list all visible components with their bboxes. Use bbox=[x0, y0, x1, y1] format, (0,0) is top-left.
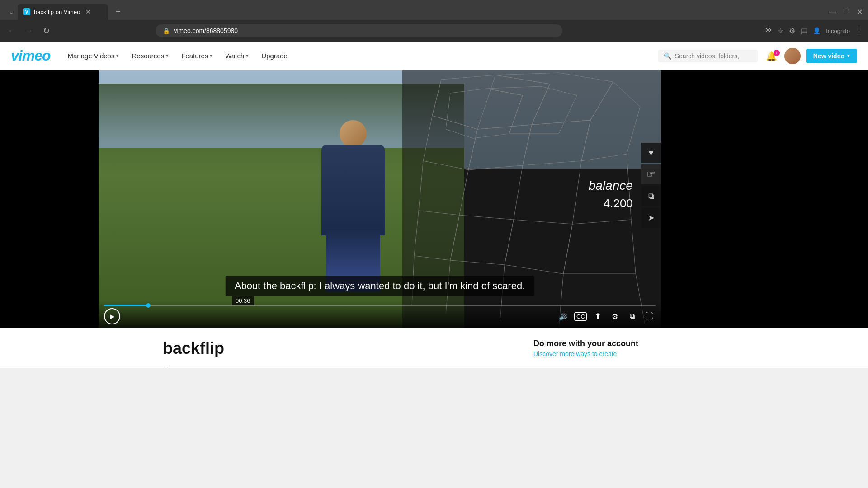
tab-list-btn[interactable]: ⌄ bbox=[5, 9, 18, 15]
nav-features[interactable]: Features ▾ bbox=[175, 42, 219, 70]
nav-watch[interactable]: Watch ▾ bbox=[219, 42, 255, 70]
heart-icon: ♥ bbox=[649, 148, 654, 158]
nav-resources[interactable]: Resources ▾ bbox=[125, 42, 175, 70]
settings-btn[interactable]: ⚙ bbox=[609, 312, 621, 321]
balance-value: 4.200 bbox=[604, 197, 633, 211]
promo-link[interactable]: Discover more ways to create bbox=[533, 350, 705, 357]
video-info: backflip ... bbox=[163, 339, 515, 368]
vimeo-logo[interactable]: vimeo bbox=[11, 47, 50, 64]
svg-marker-18 bbox=[563, 220, 636, 274]
svg-line-12 bbox=[514, 165, 523, 220]
black-bar-right bbox=[714, 70, 868, 328]
cursor-icon: ☞ bbox=[646, 169, 656, 180]
svg-marker-2 bbox=[423, 116, 477, 170]
notification-badge: 1 bbox=[774, 50, 780, 56]
new-tab-btn[interactable]: + bbox=[112, 7, 124, 17]
tab-title: backflip on Vimeo bbox=[34, 9, 80, 15]
svg-marker-4 bbox=[523, 120, 590, 165]
svg-line-8 bbox=[532, 84, 550, 125]
svg-line-6 bbox=[432, 80, 441, 116]
airplay-btn[interactable]: ⬆ bbox=[591, 311, 604, 321]
person-silhouette bbox=[312, 120, 394, 292]
promo-box: Do more with your account Discover more … bbox=[533, 339, 705, 368]
tab-favicon: V bbox=[23, 8, 30, 15]
browser-toolbar: 👁 ☆ ⚙ ▤ 👤 Incognito ⋮ bbox=[764, 27, 863, 35]
privacy-icon: 👁 bbox=[764, 27, 772, 35]
svg-line-10 bbox=[419, 161, 423, 211]
svg-line-9 bbox=[590, 82, 613, 120]
video-meta: ... bbox=[163, 361, 515, 368]
pip-btn[interactable]: ⧉ bbox=[626, 312, 638, 320]
svg-marker-25 bbox=[486, 86, 577, 134]
balance-label: balance bbox=[589, 178, 633, 193]
progress-bar[interactable] bbox=[104, 305, 656, 306]
search-box[interactable]: 🔍 bbox=[658, 50, 758, 62]
new-video-label: New video bbox=[813, 52, 844, 60]
user-avatar[interactable] bbox=[784, 48, 801, 64]
menu-icon[interactable]: ⋮ bbox=[855, 27, 863, 35]
video-section: balance 4.200 About the backflip: I alwa… bbox=[0, 70, 868, 328]
address-input[interactable]: 🔒 vimeo.com/868805980 bbox=[156, 24, 562, 37]
send-icon: ➤ bbox=[648, 213, 655, 223]
tab-close-btn[interactable]: ✕ bbox=[85, 8, 91, 15]
notifications-btn[interactable]: 🔔 1 bbox=[762, 51, 781, 61]
video-controls: ▶ 🔊 CC ⬆ ⚙ ⧉ ⛶ bbox=[99, 301, 661, 328]
cursor-btn[interactable]: ☞ bbox=[641, 164, 661, 184]
layers-icon: ⧉ bbox=[648, 192, 654, 201]
address-bar: ← → ↻ 🔒 vimeo.com/868805980 👁 ☆ ⚙ ▤ 👤 In… bbox=[0, 20, 868, 42]
svg-line-11 bbox=[459, 170, 468, 215]
captions-btn[interactable]: CC bbox=[574, 312, 587, 321]
play-icon: ▶ bbox=[110, 313, 115, 320]
svg-marker-5 bbox=[581, 82, 640, 161]
manage-videos-chevron: ▾ bbox=[116, 53, 119, 59]
svg-marker-16 bbox=[450, 215, 514, 265]
profile-icon[interactable]: 👤 bbox=[813, 27, 821, 34]
resources-chevron: ▾ bbox=[166, 53, 169, 59]
extensions-icon[interactable]: ⚙ bbox=[789, 27, 795, 35]
black-bar-left bbox=[0, 70, 99, 328]
bookmark-icon[interactable]: ☆ bbox=[777, 27, 783, 35]
features-chevron: ▾ bbox=[210, 53, 212, 59]
close-window-btn[interactable]: ✕ bbox=[857, 8, 863, 16]
svg-marker-1 bbox=[495, 73, 613, 125]
svg-marker-24 bbox=[446, 89, 523, 138]
volume-btn[interactable]: 🔊 bbox=[557, 312, 570, 321]
search-icon: 🔍 bbox=[664, 52, 671, 60]
svg-line-7 bbox=[477, 75, 495, 129]
svg-marker-15 bbox=[414, 211, 459, 260]
layers-btn[interactable]: ⧉ bbox=[641, 186, 661, 206]
progress-dot bbox=[146, 303, 151, 308]
sidebar-icon[interactable]: ▤ bbox=[801, 27, 807, 35]
fullscreen-btn[interactable]: ⛶ bbox=[643, 312, 656, 321]
back-btn[interactable]: ← bbox=[5, 26, 18, 36]
svg-marker-17 bbox=[505, 220, 572, 274]
maximize-btn[interactable]: ❐ bbox=[843, 8, 849, 16]
side-action-panel: ♥ ☞ ⧉ ➤ bbox=[641, 143, 661, 228]
nav-manage-videos[interactable]: Manage Videos ▾ bbox=[61, 42, 125, 70]
controls-row: ▶ 🔊 CC ⬆ ⚙ ⧉ ⛶ bbox=[104, 308, 656, 324]
progress-fill bbox=[104, 305, 148, 306]
incognito-label: Incognito bbox=[826, 28, 850, 34]
like-btn[interactable]: ♥ bbox=[641, 143, 661, 163]
svg-marker-3 bbox=[468, 125, 532, 170]
forward-btn[interactable]: → bbox=[23, 26, 35, 36]
active-tab: V backflip on Vimeo ✕ bbox=[18, 4, 108, 20]
watch-chevron: ▾ bbox=[246, 53, 249, 59]
new-video-btn[interactable]: New video ▾ bbox=[806, 49, 857, 63]
search-input[interactable] bbox=[675, 52, 752, 60]
video-frame[interactable]: balance 4.200 About the backflip: I alwa… bbox=[99, 70, 661, 328]
refresh-btn[interactable]: ↻ bbox=[40, 26, 52, 36]
svg-line-13 bbox=[572, 161, 581, 224]
avatar-image bbox=[784, 48, 801, 64]
below-video: backflip ... Do more with your account D… bbox=[0, 328, 868, 368]
video-title: backflip bbox=[163, 339, 515, 358]
minimize-btn[interactable]: — bbox=[829, 8, 836, 16]
promo-title: Do more with your account bbox=[533, 339, 705, 348]
new-video-chevron: ▾ bbox=[847, 53, 850, 59]
nav-upgrade[interactable]: Upgrade bbox=[255, 42, 294, 70]
subtitle-bar: About the backflip: I always wanted to d… bbox=[226, 276, 534, 296]
timestamp-tooltip: 00:36 bbox=[232, 296, 254, 305]
play-btn[interactable]: ▶ bbox=[104, 308, 120, 324]
site-nav: vimeo Manage Videos ▾ Resources ▾ Featur… bbox=[0, 42, 868, 70]
share-btn[interactable]: ➤ bbox=[641, 208, 661, 228]
